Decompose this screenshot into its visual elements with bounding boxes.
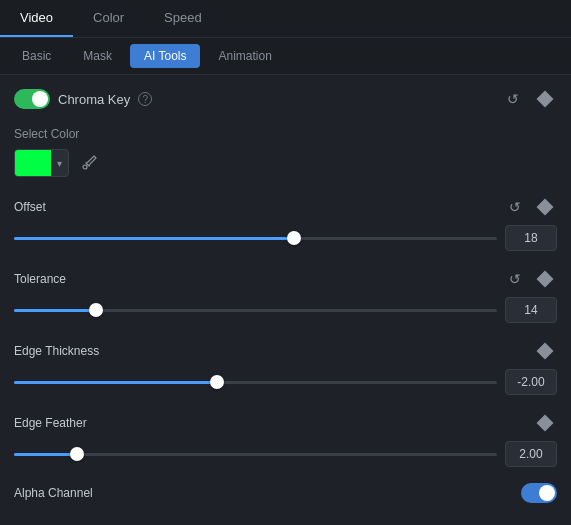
tab-ai-tools[interactable]: AI Tools: [130, 44, 200, 68]
color-swatch-button[interactable]: ▾: [14, 149, 69, 177]
slider-label-edge-thickness: Edge Thickness: [14, 344, 99, 358]
slider-track-tolerance[interactable]: [14, 300, 497, 320]
sliders-container: Offset↺18Tolerance↺14Edge Thickness-2.00…: [14, 195, 557, 467]
tab-animation[interactable]: Animation: [204, 44, 285, 68]
slider-label-edge-feather: Edge Feather: [14, 416, 87, 430]
slider-label-tolerance: Tolerance: [14, 272, 66, 286]
alpha-channel-toggle[interactable]: [521, 483, 557, 503]
chroma-key-right: ↺: [501, 87, 557, 111]
alpha-channel-row: Alpha Channel: [14, 483, 557, 503]
slider-icons-tolerance: ↺: [503, 267, 557, 291]
chroma-key-row: Chroma Key ? ↺: [14, 87, 557, 111]
slider-diamond-icon-edge-thickness[interactable]: [533, 339, 557, 363]
slider-section-edge-feather: Edge Feather2.00: [14, 411, 557, 467]
slider-row-offset: 18: [14, 225, 557, 251]
eyedropper-button[interactable]: [75, 149, 103, 177]
slider-label-offset: Offset: [14, 200, 46, 214]
color-row: ▾: [14, 149, 557, 177]
slider-icons-offset: ↺: [503, 195, 557, 219]
tab-mask[interactable]: Mask: [69, 44, 126, 68]
slider-reset-icon-tolerance[interactable]: ↺: [503, 267, 527, 291]
tab-video[interactable]: Video: [0, 0, 73, 37]
svg-line-1: [86, 165, 87, 166]
slider-diamond-icon-edge-feather[interactable]: [533, 411, 557, 435]
tab-color[interactable]: Color: [73, 0, 144, 37]
slider-icons-edge-feather: [533, 411, 557, 435]
color-swatch: [15, 150, 51, 176]
help-icon[interactable]: ?: [138, 92, 152, 106]
slider-diamond-icon-offset[interactable]: [533, 195, 557, 219]
chroma-key-label: Chroma Key: [58, 92, 130, 107]
chroma-key-toggle[interactable]: [14, 89, 50, 109]
slider-value-tolerance[interactable]: 14: [505, 297, 557, 323]
slider-thumb-edge-feather[interactable]: [70, 447, 84, 461]
slider-diamond-icon-tolerance[interactable]: [533, 267, 557, 291]
slider-value-edge-thickness[interactable]: -2.00: [505, 369, 557, 395]
second-tabs-bar: Basic Mask AI Tools Animation: [0, 38, 571, 75]
tab-speed[interactable]: Speed: [144, 0, 222, 37]
content-area: Chroma Key ? ↺ Select Color ▾ Offset↺18T…: [0, 75, 571, 515]
slider-header-edge-thickness: Edge Thickness: [14, 339, 557, 363]
slider-track-edge-thickness[interactable]: [14, 372, 497, 392]
slider-row-edge-thickness: -2.00: [14, 369, 557, 395]
slider-value-offset[interactable]: 18: [505, 225, 557, 251]
slider-section-offset: Offset↺18: [14, 195, 557, 251]
color-dropdown-icon[interactable]: ▾: [51, 158, 68, 169]
slider-section-tolerance: Tolerance↺14: [14, 267, 557, 323]
slider-row-tolerance: 14: [14, 297, 557, 323]
chroma-key-reset-icon[interactable]: ↺: [501, 87, 525, 111]
slider-track-edge-feather[interactable]: [14, 444, 497, 464]
slider-thumb-offset[interactable]: [287, 231, 301, 245]
tab-basic[interactable]: Basic: [8, 44, 65, 68]
slider-thumb-edge-thickness[interactable]: [210, 375, 224, 389]
slider-header-tolerance: Tolerance↺: [14, 267, 557, 291]
slider-header-offset: Offset↺: [14, 195, 557, 219]
chroma-key-diamond-icon[interactable]: [533, 87, 557, 111]
slider-value-edge-feather[interactable]: 2.00: [505, 441, 557, 467]
select-color-label: Select Color: [14, 127, 557, 141]
slider-track-offset[interactable]: [14, 228, 497, 248]
slider-icons-edge-thickness: [533, 339, 557, 363]
top-tabs-bar: Video Color Speed: [0, 0, 571, 38]
slider-thumb-tolerance[interactable]: [89, 303, 103, 317]
svg-point-0: [83, 165, 87, 169]
slider-section-edge-thickness: Edge Thickness-2.00: [14, 339, 557, 395]
slider-row-edge-feather: 2.00: [14, 441, 557, 467]
slider-reset-icon-offset[interactable]: ↺: [503, 195, 527, 219]
slider-header-edge-feather: Edge Feather: [14, 411, 557, 435]
alpha-channel-label: Alpha Channel: [14, 486, 93, 500]
chroma-key-left: Chroma Key ?: [14, 89, 152, 109]
